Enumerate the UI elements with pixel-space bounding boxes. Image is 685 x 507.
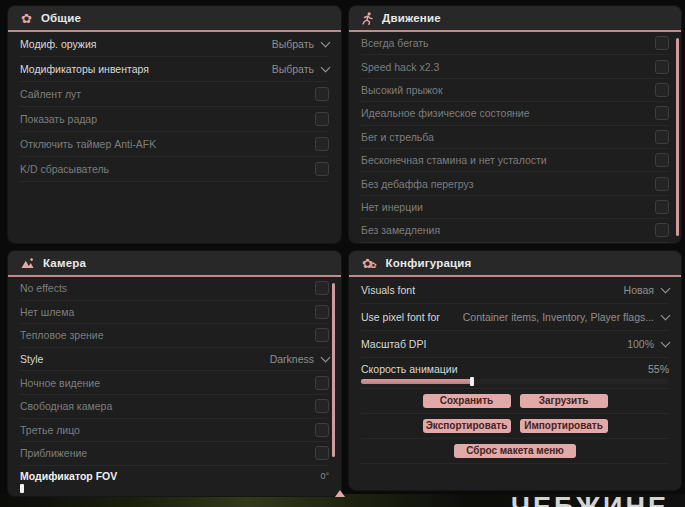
checkbox[interactable] <box>315 305 329 319</box>
checkbox[interactable] <box>655 200 669 214</box>
option-label: Visuals font <box>361 284 415 296</box>
weapon-mod-dropdown[interactable]: Выбрать <box>272 38 329 50</box>
gears-icon: ✿✿ <box>362 257 377 270</box>
option-label: Без дебаффа перегруз <box>361 178 474 190</box>
option-row-zoom[interactable]: Приближение <box>20 442 329 466</box>
dropdown-value: Выбрать <box>272 63 314 75</box>
option-label: Speed hack x2.3 <box>361 61 439 73</box>
option-row-kd-reset[interactable]: K/D сбрасыватель <box>20 157 329 182</box>
checkbox[interactable] <box>655 153 669 167</box>
button-row-export-import: Экспортировать Импортировать <box>361 414 669 439</box>
dpi-scale-dropdown[interactable]: 100% <box>627 338 669 350</box>
option-row-perfect-condition[interactable]: Идеальное физическое состояние <box>361 102 669 125</box>
option-label: Высокий прыжок <box>361 84 443 96</box>
fov-slider[interactable] <box>20 486 329 491</box>
option-row-pixel-font: Use pixel font for Container items, Inve… <box>361 304 669 331</box>
option-label: Use pixel font for <box>361 311 440 323</box>
dropdown-value: Выбрать <box>272 38 314 50</box>
panel-movement-header[interactable]: Движение <box>349 6 681 32</box>
checkbox[interactable] <box>315 87 329 101</box>
export-button[interactable]: Экспортировать <box>423 419 511 433</box>
chevron-down-icon <box>661 310 671 320</box>
option-row-animation-speed: Скорость анимации 55% <box>361 358 669 389</box>
option-row-high-jump[interactable]: Высокий прыжок <box>361 79 669 102</box>
inventory-mods-dropdown[interactable]: Выбрать <box>272 63 329 75</box>
visuals-font-dropdown[interactable]: Новая <box>624 284 669 296</box>
option-label: Всегда бегать <box>361 37 429 49</box>
option-row-night-vision[interactable]: Ночное видение <box>20 371 329 395</box>
checkbox[interactable] <box>315 446 329 460</box>
import-button[interactable]: Импортировать <box>520 419 608 433</box>
fov-slider-handle[interactable] <box>20 484 24 493</box>
option-label: Приближение <box>20 447 87 459</box>
option-row-third-person[interactable]: Третье лицо <box>20 419 329 443</box>
option-row-no-slowdown[interactable]: Без замедления <box>361 219 669 242</box>
option-label: Показать радар <box>20 113 97 125</box>
chevron-down-icon <box>661 337 671 347</box>
style-dropdown[interactable]: Darkness <box>270 353 329 365</box>
button-row-save-load: Сохранить Загрузить <box>361 389 669 414</box>
checkbox[interactable] <box>655 83 669 97</box>
option-label: Модификаторы инвентаря <box>20 63 149 75</box>
slider-fill <box>361 379 472 384</box>
slider-handle[interactable] <box>470 377 474 386</box>
option-row-silent-loot[interactable]: Сайлент лут <box>20 82 329 107</box>
option-row-run-and-shoot[interactable]: Бег и стрельба <box>361 126 669 149</box>
scrollbar[interactable] <box>676 38 679 236</box>
checkbox[interactable] <box>315 162 329 176</box>
panel-title: Общие <box>41 12 81 24</box>
checkbox[interactable] <box>315 112 329 126</box>
checkbox[interactable] <box>655 223 669 237</box>
pixel-font-dropdown[interactable]: Container items, Inventory, Player flags… <box>463 311 669 323</box>
dropdown-value: Новая <box>624 284 654 296</box>
panel-camera-header[interactable]: Камера <box>8 251 341 277</box>
checkbox[interactable] <box>315 328 329 342</box>
reset-menu-layout-button[interactable]: Сброс макета меню <box>454 444 576 458</box>
option-label: No effects <box>20 282 67 294</box>
checkbox[interactable] <box>655 130 669 144</box>
option-row-no-helmet[interactable]: Нет шлема <box>20 301 329 325</box>
animation-speed-slider[interactable] <box>361 379 669 384</box>
scrollbar[interactable] <box>332 283 335 457</box>
load-button[interactable]: Загрузить <box>520 394 608 408</box>
option-label: Style <box>20 353 43 365</box>
checkbox[interactable] <box>315 423 329 437</box>
option-row-inventory-mods: Модификаторы инвентаря Выбрать <box>20 57 329 82</box>
chevron-down-icon <box>661 283 671 293</box>
checkbox[interactable] <box>655 106 669 120</box>
option-row-no-overload-debuff[interactable]: Без дебаффа перегруз <box>361 172 669 195</box>
checkbox[interactable] <box>655 60 669 74</box>
resize-handle-icon[interactable] <box>335 490 345 497</box>
option-row-style: Style Darkness <box>20 348 329 372</box>
checkbox[interactable] <box>315 376 329 390</box>
option-row-show-radar[interactable]: Показать радар <box>20 107 329 132</box>
option-row-visuals-font: Visuals font Новая <box>361 277 669 304</box>
option-row-speed-hack[interactable]: Speed hack x2.3 <box>361 55 669 78</box>
option-label: Масштаб DPI <box>361 338 426 350</box>
animation-speed-value: 55% <box>648 363 669 375</box>
checkbox[interactable] <box>315 281 329 295</box>
checkbox[interactable] <box>315 137 329 151</box>
option-label: K/D сбрасыватель <box>20 163 109 175</box>
panel-general-header[interactable]: ✿ Общие <box>8 6 341 32</box>
option-row-no-inertia[interactable]: Нет инерции <box>361 196 669 219</box>
option-row-no-effects[interactable]: No effects <box>20 277 329 301</box>
panel-title: Камера <box>43 257 86 269</box>
option-label: Бесконечная стамина и нет усталости <box>361 154 547 166</box>
checkbox[interactable] <box>655 177 669 191</box>
save-button[interactable]: Сохранить <box>423 394 511 408</box>
option-label: Свободная камера <box>20 400 112 412</box>
option-row-thermal-vision[interactable]: Тепловое зрение <box>20 324 329 348</box>
option-row-free-camera[interactable]: Свободная камера <box>20 395 329 419</box>
checkbox[interactable] <box>315 399 329 413</box>
option-row-anti-afk[interactable]: Отключить таймер Anti-AFK <box>20 132 329 157</box>
option-row-infinite-stamina[interactable]: Бесконечная стамина и нет усталости <box>361 149 669 172</box>
dropdown-value: Container items, Inventory, Player flags… <box>463 311 654 323</box>
chevron-down-icon <box>321 37 331 47</box>
panel-config: ✿✿ Конфигурация Visuals font Новая Use p… <box>349 251 681 490</box>
button-row-reset: Сброс макета меню <box>361 439 669 464</box>
checkbox[interactable] <box>655 36 669 50</box>
option-row-always-run[interactable]: Всегда бегать <box>361 32 669 55</box>
panel-title: Движение <box>382 12 441 24</box>
panel-config-header[interactable]: ✿✿ Конфигурация <box>349 251 681 277</box>
